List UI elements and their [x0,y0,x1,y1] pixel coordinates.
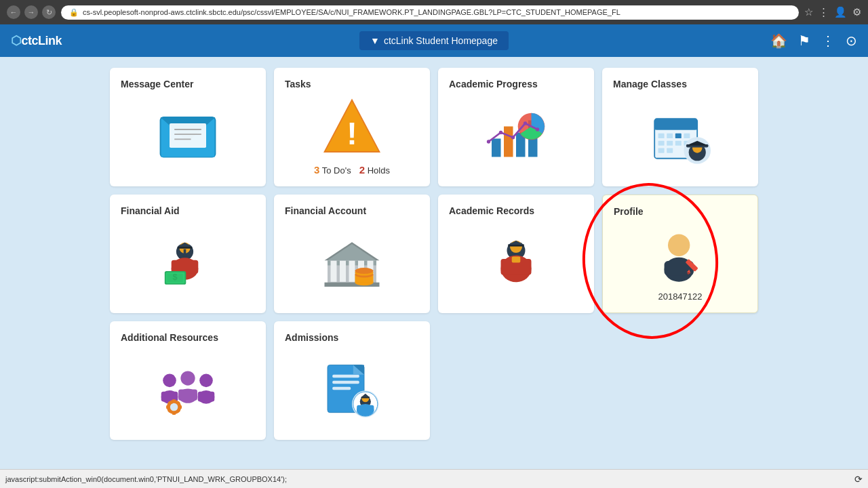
tile-manage-classes-title: Manage Classes [613,79,687,89]
tile-message-center[interactable]: Message Center [110,68,266,186]
svg-rect-55 [349,260,355,282]
todos-badge: 3 To Do's [314,164,351,176]
tile-financial-account-icon-area [285,222,419,302]
avatar-icon[interactable]: 👤 [834,6,847,18]
flag-icon[interactable]: ⚑ [798,33,810,49]
tile-grid: Message Center Tasks [54,68,814,440]
tile-additional-resources[interactable]: Additional Resources [110,321,266,440]
tile-additional-resources-title: Additional Resources [121,332,218,343]
todos-count: 3 [314,164,319,176]
tile-academic-progress[interactable]: Academic Progress [438,68,594,186]
profile-user-id: 201847122 [614,291,747,302]
back-button[interactable]: ← [7,5,20,19]
dropdown-icon: ▼ [370,35,380,46]
tile-message-center-title: Message Center [121,79,193,89]
address-bar[interactable]: 🔒 cs-svl.peoplesoft-nonprod-aws.ctclink.… [61,5,799,20]
svg-rect-112 [357,405,374,412]
svg-rect-84 [178,389,197,400]
warning-icon: ! [321,97,382,158]
tile-manage-classes[interactable]: Manage Classes [602,68,758,186]
app-header: ⬡ctcLink ▼ ctcLink Student Homepage 🏠 ⚑ … [0,24,868,57]
forward-button[interactable]: → [24,5,38,19]
tile-tasks-title: Tasks [285,79,311,89]
svg-rect-28 [667,140,673,145]
tile-tasks[interactable]: Tasks ! 3 To Do's 2 Holds [274,68,430,186]
svg-rect-101 [332,380,359,384]
more-options-icon[interactable]: ⋮ [821,33,835,49]
app-logo[interactable]: ⬡ctcLink [11,33,62,48]
svg-rect-100 [332,374,359,378]
svg-rect-54 [340,260,346,282]
svg-rect-53 [331,260,337,282]
svg-rect-32 [667,148,673,152]
status-bar: javascript:submitAction_win0(document.wi… [0,469,868,488]
svg-rect-29 [675,140,682,145]
accessibility-icon[interactable]: ⊙ [846,33,857,49]
extensions-icon[interactable]: ⚙ [852,6,861,18]
tile-tasks-badges: 3 To Do's 2 Holds [285,164,419,176]
url-text: cs-svl.peoplesoft-nonprod-aws.ctclink.sb… [83,8,620,16]
svg-point-17 [511,136,515,139]
tile-message-center-icon-area [121,95,255,176]
menu-icon[interactable]: ⋮ [818,6,829,18]
holds-label: Holds [368,165,390,176]
tile-tasks-icon-area: ! [285,95,419,160]
svg-point-15 [487,140,490,143]
envelope-icon [157,105,218,166]
svg-marker-43 [178,242,193,246]
svg-point-79 [163,373,176,387]
doc-grad-icon [321,359,382,420]
svg-text:!: ! [347,116,357,151]
svg-point-73 [668,235,690,256]
grad-money-icon: $ [157,232,218,293]
svg-marker-69 [508,241,524,245]
home-title-button[interactable]: ▼ ctcLink Student Homepage [359,31,509,50]
svg-rect-4 [170,123,206,148]
status-bar-refresh-icon[interactable]: ⟳ [854,474,863,485]
header-actions: 🏠 ⚑ ⋮ ⊙ [770,33,857,49]
svg-rect-91 [172,411,176,415]
tile-financial-account-title: Financial Account [285,205,366,216]
app-title-text: ctcLink Student Homepage [384,35,498,46]
profile-edit-icon [650,225,711,286]
svg-point-85 [199,373,213,387]
grad-book-icon [486,232,547,293]
browser-actions[interactable]: ☆ ⋮ 👤 ⚙ [804,6,861,18]
lock-icon: 🔒 [69,8,79,17]
tile-admissions-icon-area [285,348,419,429]
svg-rect-26 [684,133,690,138]
tile-financial-aid-title: Financial Aid [121,205,180,216]
tile-profile-icon-area [614,222,747,289]
svg-rect-42 [184,249,186,256]
tile-profile-title: Profile [614,206,644,217]
bookmark-icon[interactable]: ☆ [804,6,813,18]
chart-icon [486,105,547,166]
svg-rect-92 [166,405,170,409]
svg-point-19 [536,127,539,131]
status-bar-text: javascript:submitAction_win0(document.wi… [5,475,287,483]
app-title-bar[interactable]: ▼ ctcLink Student Homepage [359,31,509,50]
team-settings-icon [157,359,218,420]
holds-count: 2 [359,164,365,176]
tile-admissions[interactable]: Admissions [274,321,430,440]
home-icon[interactable]: 🏠 [770,33,787,49]
svg-point-16 [499,130,502,134]
svg-point-89 [170,403,178,410]
svg-rect-25 [675,133,682,138]
tile-manage-classes-icon-area [613,95,747,176]
tile-profile[interactable]: Profile 201847122 [602,195,758,313]
svg-rect-24 [667,133,673,138]
svg-rect-31 [658,148,665,152]
svg-rect-23 [658,133,665,138]
svg-rect-22 [654,125,697,129]
refresh-button[interactable]: ↻ [42,5,56,19]
tile-academic-records[interactable]: Academic Records [438,195,594,313]
browser-controls[interactable]: ← → ↻ [7,5,56,19]
svg-rect-50 [167,273,182,282]
tile-financial-account[interactable]: Financial Account [274,195,430,313]
tile-financial-aid[interactable]: Financial Aid $ [110,195,266,313]
holds-badge: 2 Holds [359,164,390,176]
svg-rect-27 [658,140,665,145]
svg-rect-90 [172,399,176,403]
svg-rect-10 [492,138,501,157]
